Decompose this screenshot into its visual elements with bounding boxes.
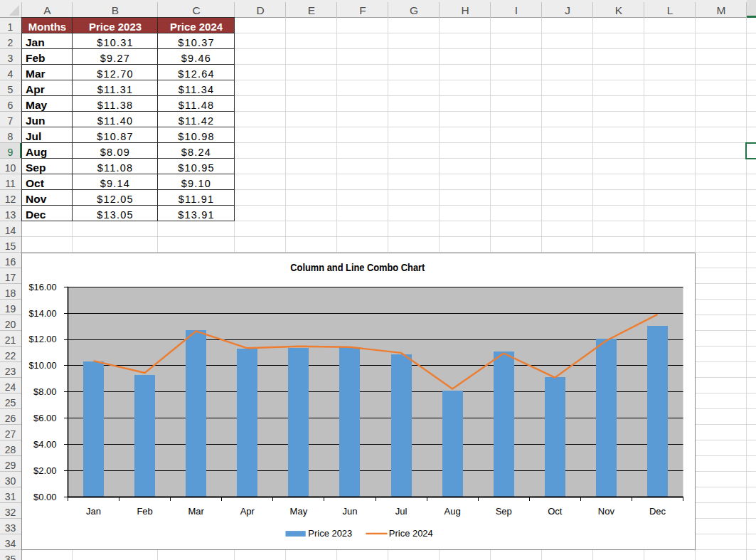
svg-text:Mar: Mar <box>188 506 205 517</box>
svg-text:$0.00: $0.00 <box>33 492 57 502</box>
svg-text:Jul: Jul <box>395 506 408 517</box>
svg-text:Dec: Dec <box>649 506 666 517</box>
svg-text:Nov: Nov <box>598 506 615 517</box>
svg-text:$6.00: $6.00 <box>33 413 57 423</box>
svg-text:May: May <box>290 506 308 517</box>
svg-text:$16.00: $16.00 <box>29 282 57 292</box>
svg-text:Column and Line Combo Chart: Column and Line Combo Chart <box>290 261 425 273</box>
svg-text:Price 2024: Price 2024 <box>389 528 433 539</box>
svg-text:Aug: Aug <box>444 506 461 517</box>
svg-text:Jan: Jan <box>86 506 101 517</box>
svg-text:Jun: Jun <box>342 506 357 517</box>
svg-text:$2.00: $2.00 <box>33 466 57 476</box>
svg-text:$4.00: $4.00 <box>33 440 57 450</box>
svg-text:$8.00: $8.00 <box>33 387 57 397</box>
svg-text:Apr: Apr <box>240 506 255 517</box>
svg-text:$14.00: $14.00 <box>29 309 57 319</box>
svg-text:Sep: Sep <box>496 506 512 517</box>
svg-text:$10.00: $10.00 <box>29 361 57 371</box>
svg-text:$12.00: $12.00 <box>29 334 57 344</box>
svg-text:Oct: Oct <box>548 506 563 517</box>
svg-text:Price 2023: Price 2023 <box>308 528 352 539</box>
svg-text:Feb: Feb <box>137 506 152 517</box>
